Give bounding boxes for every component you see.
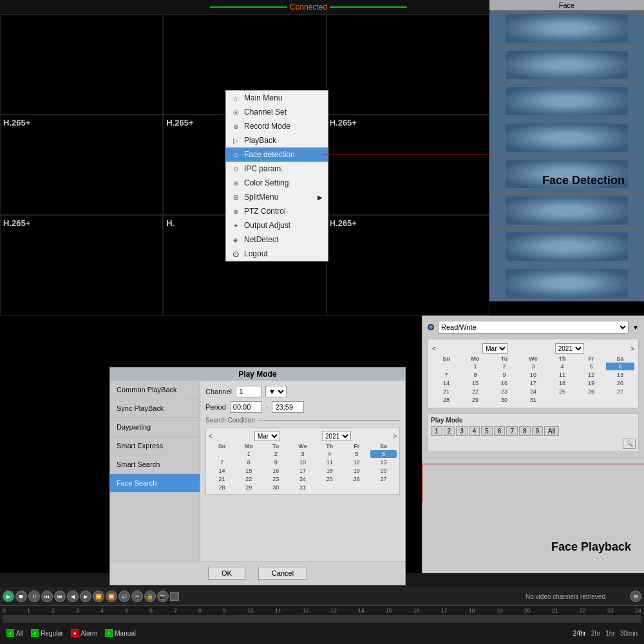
play-mode-btn-3[interactable]: 3 (456, 426, 468, 436)
volume-button[interactable]: 🔊 (118, 591, 130, 602)
search-icon-btn[interactable]: 🔍 (623, 439, 636, 449)
cal-d-26[interactable]: 26 (343, 475, 370, 483)
channel-select[interactable]: ▼ (265, 386, 287, 397)
menu-item-logout[interactable]: ⏻ Logout (226, 247, 328, 261)
menu-item-face-detection[interactable]: ☺ Face detection (226, 147, 328, 162)
menu-item-split-menu[interactable]: ⊞ SplitMenu ▶ (226, 190, 328, 204)
cal-d-17[interactable]: 17 (290, 467, 316, 475)
play-mode-btn-2[interactable]: 2 (444, 426, 455, 436)
next-frame-button[interactable]: ▶ (80, 591, 91, 602)
cal-d-16[interactable]: 16 (263, 467, 289, 475)
cal-next-btn[interactable]: > (393, 433, 397, 440)
clip-button[interactable]: ✂ (131, 591, 143, 602)
cal-d-12[interactable]: 12 (343, 459, 370, 466)
right-cal-year-select[interactable]: 2021 (555, 343, 584, 354)
nav-smart-express[interactable]: Smart Express (110, 437, 200, 455)
menu-item-record-mode[interactable]: ⊛ Record Mode (226, 119, 328, 133)
cal-d-10[interactable]: 10 (290, 459, 316, 466)
nav-face-search[interactable]: Face Search (110, 474, 200, 493)
cal-d-7[interactable]: 7 (209, 459, 235, 466)
manual-check-icon[interactable]: ✓ (105, 629, 113, 637)
cal-d-13[interactable]: 13 (370, 459, 397, 466)
play-mode-btn-5[interactable]: 5 (481, 426, 493, 436)
channel-input[interactable] (236, 386, 261, 397)
slow-button[interactable]: ⏪ (93, 591, 104, 602)
cal-d-25[interactable]: 25 (316, 475, 343, 483)
play-mode-btn-9[interactable]: 9 (532, 426, 544, 436)
rewind-button[interactable]: ⏮ (41, 591, 53, 602)
pause-button[interactable]: ⏸ (28, 591, 40, 602)
cancel-button[interactable]: Cancel (258, 567, 307, 580)
cal-d-18[interactable]: 18 (316, 467, 343, 475)
lock-button[interactable]: 🔒 (144, 591, 156, 602)
snapshot-button[interactable]: 📷 (157, 591, 169, 602)
period-end-input[interactable] (272, 401, 304, 413)
cal-d-22[interactable]: 22 (236, 475, 262, 483)
cal-d-5[interactable]: 5 (343, 450, 370, 458)
cal-d-11[interactable]: 11 (316, 459, 343, 466)
fast-button[interactable]: ⏩ (106, 591, 117, 602)
tl-22: 22 (580, 607, 586, 614)
alarm-check-icon[interactable]: ● (71, 629, 79, 637)
play-mode-btn-7[interactable]: 7 (506, 426, 518, 436)
read-write-radio[interactable] (428, 324, 434, 330)
cal-d-29[interactable]: 29 (236, 484, 262, 491)
menu-item-ptz-control[interactable]: ⊗ PTZ Control (226, 204, 328, 218)
timeline-track[interactable] (3, 615, 641, 623)
regular-check-icon[interactable]: ✓ (31, 629, 39, 637)
right-cal-month-select[interactable]: Mar (482, 343, 508, 354)
cal-d-3[interactable]: 3 (290, 450, 316, 458)
right-cal-next-btn[interactable]: > (630, 345, 634, 352)
menu-item-channel-set[interactable]: ◎ Channel Set (226, 105, 328, 119)
nav-smart-search[interactable]: Smart Search (110, 455, 200, 474)
menu-item-netdetect[interactable]: ◈ NetDetect (226, 232, 328, 247)
cal-d-19[interactable]: 19 (343, 467, 370, 475)
menu-item-color-setting[interactable]: ⊕ Color Setting (226, 176, 328, 190)
nav-dayparting[interactable]: Dayparting (110, 418, 200, 437)
grid-button[interactable]: ⊞ (630, 591, 641, 602)
menu-item-playback[interactable]: ▷ PlayBack (226, 133, 328, 147)
cal-d-8[interactable]: 8 (236, 459, 262, 466)
time-opt-24hr[interactable]: 24hr (573, 630, 586, 637)
cal-d-4[interactable]: 4 (316, 450, 343, 458)
menu-item-ipc-param[interactable]: ⊙ IPC param. (226, 162, 328, 176)
menu-item-main-menu[interactable]: ⌂ Main Menu (226, 91, 328, 105)
time-opt-2hr[interactable]: 2hr (591, 630, 600, 637)
cal-d-9[interactable]: 9 (263, 459, 289, 466)
cal-d-24[interactable]: 24 (290, 475, 316, 483)
cal-d-28[interactable]: 28 (209, 484, 235, 491)
right-cal-prev-btn[interactable]: < (432, 345, 436, 352)
time-opt-1hr[interactable]: 1hr (605, 630, 614, 637)
cal-d-2[interactable]: 2 (263, 450, 289, 458)
period-start-input[interactable] (230, 401, 262, 413)
cal-d-1[interactable]: 1 (236, 450, 262, 458)
play-mode-btn-all[interactable]: All (544, 426, 559, 436)
play-button[interactable]: ▶ (3, 591, 14, 602)
time-opt-30min[interactable]: 30min (620, 630, 638, 637)
play-mode-btn-4[interactable]: 4 (469, 426, 480, 436)
nav-common-playback[interactable]: Common PlayBack (110, 381, 200, 399)
play-mode-btn-1[interactable]: 1 (431, 426, 442, 436)
read-write-select[interactable]: Read/Write (438, 321, 629, 334)
cal-d-15[interactable]: 15 (236, 467, 262, 475)
cal-year-select[interactable]: 2021 (322, 431, 351, 441)
cal-d-30[interactable]: 30 (263, 484, 289, 491)
cal-d-20[interactable]: 20 (370, 467, 397, 475)
cal-d-21[interactable]: 21 (209, 475, 235, 483)
cal-prev-btn[interactable]: < (209, 433, 213, 440)
cal-month-select[interactable]: Mar (254, 431, 280, 441)
cal-d-23[interactable]: 23 (263, 475, 289, 483)
cal-d-27[interactable]: 27 (370, 475, 397, 483)
cal-d-14[interactable]: 14 (209, 467, 235, 475)
play-mode-btn-8[interactable]: 8 (519, 426, 531, 436)
cal-d-6[interactable]: 6 (370, 450, 397, 458)
play-mode-btn-6[interactable]: 6 (494, 426, 506, 436)
stop-button[interactable]: ⏹ (15, 591, 27, 602)
prev-frame-button[interactable]: ◀ (67, 591, 79, 602)
cal-d-31[interactable]: 31 (290, 484, 316, 491)
menu-item-output-adjust[interactable]: ✦ Output Adjust (226, 218, 328, 232)
all-check-icon[interactable]: ✓ (6, 629, 14, 637)
nav-sync-playback[interactable]: Sync PlayBack (110, 399, 200, 418)
ok-button[interactable]: OK (208, 567, 245, 580)
fast-forward-button[interactable]: ⏭ (54, 591, 66, 602)
